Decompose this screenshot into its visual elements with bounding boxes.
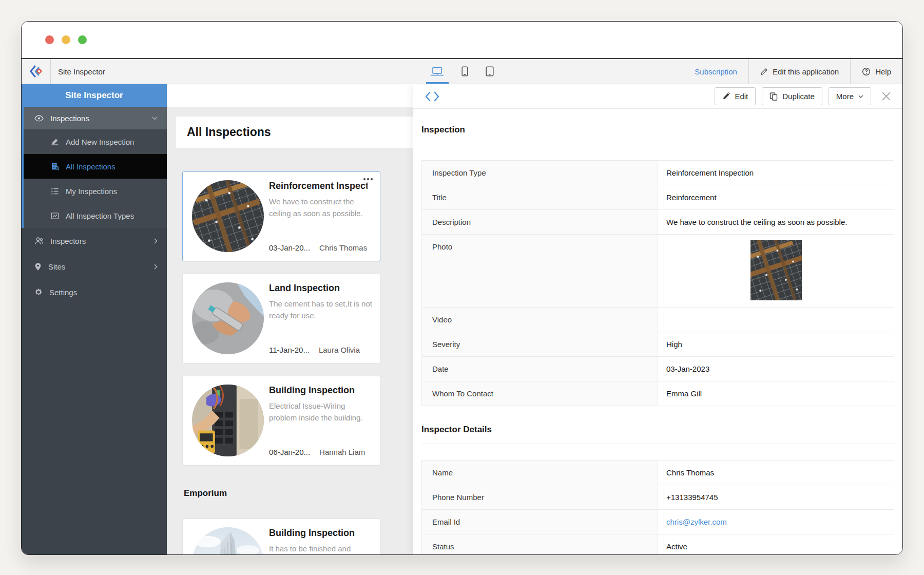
card-photo-cement: [192, 282, 264, 354]
sidebar-item-all-inspection-types[interactable]: All Inspection Types: [24, 203, 167, 228]
card-person: Laura Olivia: [319, 346, 360, 354]
field-value: [658, 235, 894, 308]
section-title: Inspection: [421, 125, 894, 135]
inspection-card[interactable]: Land Inspection The cement has to set,It…: [182, 274, 380, 363]
sidebar-app-title: Site Inspector: [22, 84, 167, 107]
more-label: More: [836, 92, 854, 101]
card-title: Reinforcement Inspection: [269, 181, 368, 191]
desktop-view-button[interactable]: [428, 59, 446, 84]
edit-label: Edit: [735, 92, 748, 101]
sidebar-item-label: All Inspections: [66, 162, 116, 171]
table-row: Description We have to construct the cei…: [422, 210, 894, 235]
field-value: [658, 308, 894, 332]
field-value: Reinforcement: [658, 185, 894, 210]
window-close-button[interactable]: [45, 35, 54, 44]
tablet-view-button[interactable]: [484, 59, 496, 84]
sidebar-item-sites[interactable]: Sites: [22, 254, 167, 279]
field-label: Title: [422, 185, 658, 210]
sidebar-item-my-inspections[interactable]: My Inspections: [24, 179, 167, 203]
section-title: Inspector Details: [421, 425, 894, 435]
sidebar-item-label: My Inspections: [66, 187, 117, 196]
card-title: Building Inspection: [269, 528, 368, 539]
table-row: Inspection Type Reinforcement Inspection: [422, 161, 894, 185]
group-header: Emporium: [184, 488, 413, 499]
inspection-list-panel: All Inspections Reinforcement Inspection…: [167, 84, 413, 554]
list-top-strip: [167, 84, 413, 107]
card-title: Building Inspection: [269, 385, 368, 396]
field-label: Email Id: [422, 510, 658, 534]
tablet-icon: [486, 66, 494, 76]
sidebar-item-add-new-inspection[interactable]: Add New Inspection: [24, 129, 167, 154]
inspection-table: Inspection Type Reinforcement Inspection…: [421, 160, 894, 406]
field-value: Active: [658, 534, 894, 555]
chevron-right-icon: [154, 264, 158, 270]
field-label: Severity: [422, 332, 658, 357]
gear-icon: [34, 288, 43, 296]
card-description: Electrical Issue-Wiring problem inside t…: [269, 400, 373, 424]
field-value: Chris Thomas: [658, 461, 894, 485]
add-new-inspection-icon: [51, 138, 59, 146]
inspection-types-icon: [51, 212, 59, 220]
table-row: Title Reinforcement: [422, 185, 894, 210]
detail-toolbar: Edit Duplicate More: [413, 84, 902, 109]
record-detail-panel: Edit Duplicate More Insp: [413, 84, 902, 554]
section-divider: [421, 444, 894, 444]
duplicate-button[interactable]: Duplicate: [762, 87, 822, 105]
sidebar-item-all-inspections[interactable]: All Inspections: [24, 154, 167, 179]
inspectors-icon: [34, 237, 44, 245]
field-value: We have to construct the ceiling as soon…: [658, 210, 894, 235]
phone-icon: [461, 66, 468, 76]
field-value: +13133954745: [658, 485, 894, 510]
inspections-group: Inspections Add New Inspection: [22, 107, 167, 228]
field-label: Description: [422, 210, 658, 235]
sidebar-item-label: All Inspection Types: [66, 212, 134, 220]
chevron-down-icon: [152, 117, 158, 120]
sidebar-item-inspectors[interactable]: Inspectors: [22, 228, 167, 254]
inspection-card[interactable]: Building Inspection Electrical Issue-Wir…: [182, 376, 380, 466]
close-icon[interactable]: [881, 91, 891, 101]
inspection-card[interactable]: Building Inspection It has to be finishe…: [182, 519, 380, 554]
field-label: Status: [422, 534, 658, 555]
email-link[interactable]: chris@zylker.com: [666, 518, 727, 526]
card-date: 11-Jan-20...: [269, 346, 310, 354]
card-description: We have to construct the ceiling as soon…: [269, 196, 373, 219]
sidebar-item-label: Inspections: [50, 114, 152, 123]
more-button[interactable]: More: [829, 87, 871, 105]
window-zoom-button[interactable]: [78, 35, 87, 44]
field-label: Whom To Contact: [422, 381, 658, 406]
sidebar: Site Inspector Inspections: [22, 84, 167, 554]
window-minimize-button[interactable]: [62, 35, 70, 44]
device-preview-switcher: [22, 59, 902, 84]
phone-view-button[interactable]: [459, 59, 470, 84]
sidebar-item-label: Add New Inspection: [66, 138, 134, 146]
inspection-card[interactable]: Reinforcement Inspection We have to cons…: [182, 171, 380, 261]
sidebar-item-label: Settings: [49, 288, 158, 297]
card-date: 03-Jan-20...: [269, 243, 310, 252]
list-title: All Inspections: [176, 117, 413, 148]
sidebar-item-label: Inspectors: [50, 237, 154, 245]
table-row: Whom To Contact Emma Gill: [422, 381, 894, 406]
group-divider: [182, 506, 395, 506]
app-header-bar: Site Inspector: [22, 59, 902, 84]
active-device-underline: [426, 82, 449, 84]
card-photo-tower: [192, 527, 264, 554]
field-label: Phone Number: [422, 485, 658, 510]
table-row: Date 03-Jan-2023: [422, 357, 894, 381]
sidebar-item-inspections[interactable]: Inspections: [24, 107, 167, 129]
expand-record-icon[interactable]: [425, 91, 440, 102]
edit-button[interactable]: Edit: [715, 87, 756, 105]
app-window: Site Inspector: [21, 21, 903, 555]
field-value: Reinforcement Inspection: [658, 161, 894, 185]
card-photo-electrical: [192, 385, 264, 456]
all-inspections-icon: [51, 162, 59, 170]
sidebar-item-label: Sites: [48, 262, 154, 271]
card-description: It has to be finished and: [269, 543, 373, 554]
field-label: Name: [422, 461, 658, 485]
table-row: Photo: [422, 235, 894, 308]
field-label: Photo: [422, 235, 658, 308]
duplicate-label: Duplicate: [782, 92, 815, 101]
photo-thumbnail[interactable]: [750, 240, 802, 300]
card-meta: 06-Jan-20... Hannah Liam: [269, 448, 365, 456]
sidebar-item-settings[interactable]: Settings: [22, 279, 167, 305]
more-options-icon[interactable]: [363, 178, 373, 180]
